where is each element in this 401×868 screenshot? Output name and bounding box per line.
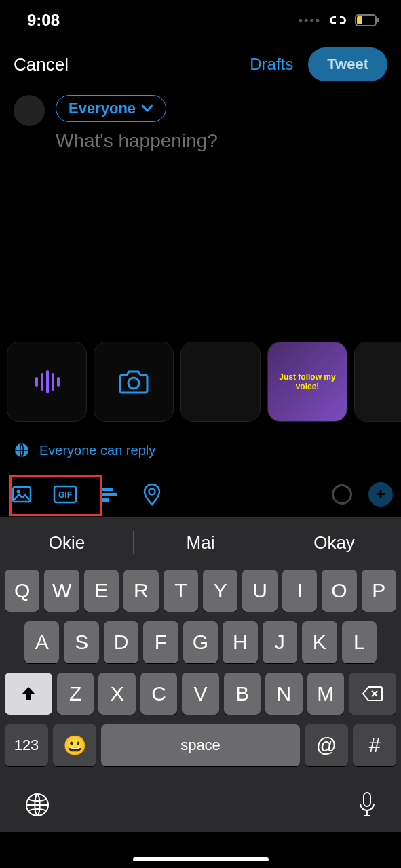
compose-toolbar: GIF +: [0, 471, 401, 517]
compose-area: Everyone What's happening?: [0, 88, 401, 152]
gallery-thumb-1[interactable]: [180, 342, 261, 422]
camera-icon: [118, 368, 149, 395]
key-r[interactable]: R: [123, 570, 158, 612]
svg-rect-16: [100, 498, 109, 502]
keyboard: Okie Mai Okay Q W E R T Y U I O P A S D …: [0, 517, 401, 832]
mic-icon[interactable]: [358, 791, 377, 818]
globe-icon: [14, 442, 30, 458]
key-d[interactable]: D: [104, 621, 138, 663]
reply-label: Everyone can reply: [39, 443, 155, 458]
audio-record-tile[interactable]: [7, 342, 87, 422]
key-x[interactable]: X: [98, 673, 135, 715]
key-n[interactable]: N: [265, 673, 302, 715]
suggestion-2[interactable]: Mai: [134, 520, 267, 565]
status-time: 9:08: [27, 11, 60, 30]
more-dots-icon: ••••: [299, 14, 321, 28]
key-u[interactable]: U: [242, 570, 277, 612]
key-s[interactable]: S: [64, 621, 98, 663]
image-icon: [11, 484, 33, 505]
key-backspace[interactable]: [349, 673, 396, 715]
soundwave-icon: [31, 366, 62, 397]
key-l[interactable]: L: [342, 621, 377, 663]
gif-icon: GIF: [53, 485, 77, 504]
audience-selector[interactable]: Everyone: [56, 95, 166, 122]
poll-button[interactable]: [95, 481, 122, 508]
key-y[interactable]: Y: [203, 570, 237, 612]
media-row: Just follow my voice!: [0, 342, 401, 422]
svg-point-8: [128, 378, 139, 389]
svg-rect-2: [377, 18, 379, 22]
key-z[interactable]: Z: [57, 673, 94, 715]
status-bar: 9:08 ••••: [0, 0, 401, 41]
backspace-icon: [362, 686, 383, 702]
drafts-button[interactable]: Drafts: [250, 55, 293, 74]
key-h[interactable]: H: [223, 621, 257, 663]
key-emoji[interactable]: 😀: [53, 724, 96, 766]
gallery-thumb-2[interactable]: Just follow my voice!: [267, 342, 347, 422]
key-w[interactable]: W: [44, 570, 79, 612]
poll-icon: [98, 485, 119, 504]
suggestion-bar: Okie Mai Okay: [0, 520, 401, 565]
suggestion-3[interactable]: Okay: [267, 520, 401, 565]
char-count-ring: [332, 484, 352, 505]
thumb-caption: Just follow my voice!: [271, 372, 344, 391]
svg-rect-1: [357, 16, 362, 24]
svg-rect-19: [364, 793, 370, 806]
add-thread-button[interactable]: +: [368, 482, 393, 507]
key-t[interactable]: T: [164, 570, 198, 612]
link-icon: [328, 14, 348, 27]
key-c[interactable]: C: [140, 673, 177, 715]
location-icon: [143, 483, 161, 506]
key-e[interactable]: E: [84, 570, 119, 612]
key-j[interactable]: J: [263, 621, 297, 663]
key-a[interactable]: A: [24, 621, 59, 663]
svg-text:GIF: GIF: [58, 490, 72, 500]
key-b[interactable]: B: [224, 673, 261, 715]
svg-rect-14: [100, 488, 113, 491]
compose-input[interactable]: What's happening?: [56, 130, 387, 152]
key-o[interactable]: O: [322, 570, 356, 612]
key-at[interactable]: @: [305, 724, 348, 766]
cancel-button[interactable]: Cancel: [14, 54, 69, 75]
chevron-down-icon: [141, 104, 153, 113]
gif-button[interactable]: GIF: [52, 481, 79, 508]
camera-tile[interactable]: [94, 342, 174, 422]
reply-settings[interactable]: Everyone can reply: [0, 430, 401, 471]
svg-rect-15: [100, 493, 117, 496]
gallery-thumb-3[interactable]: [354, 342, 401, 422]
compose-header: Cancel Drafts Tweet: [0, 41, 401, 88]
avatar: [14, 95, 45, 126]
key-k[interactable]: K: [302, 621, 337, 663]
key-i[interactable]: I: [282, 570, 317, 612]
image-button[interactable]: [8, 481, 35, 508]
key-space[interactable]: space: [101, 724, 300, 766]
key-v[interactable]: V: [182, 673, 218, 715]
audience-label: Everyone: [69, 100, 136, 117]
key-p[interactable]: P: [362, 570, 396, 612]
battery-icon: [355, 14, 381, 26]
tweet-button[interactable]: Tweet: [308, 47, 387, 81]
key-shift[interactable]: [5, 673, 52, 715]
key-m[interactable]: M: [307, 673, 344, 715]
status-right: ••••: [299, 14, 381, 28]
svg-point-17: [149, 489, 155, 495]
key-g[interactable]: G: [183, 621, 218, 663]
location-button[interactable]: [138, 481, 166, 508]
key-hash[interactable]: #: [353, 724, 396, 766]
key-123[interactable]: 123: [5, 724, 48, 766]
key-q[interactable]: Q: [5, 570, 39, 612]
shift-icon: [20, 685, 37, 703]
svg-point-11: [17, 490, 20, 494]
key-f[interactable]: F: [143, 621, 178, 663]
globe-keyboard-icon[interactable]: [24, 792, 50, 818]
home-indicator[interactable]: [133, 857, 269, 861]
suggestion-1[interactable]: Okie: [0, 520, 134, 565]
